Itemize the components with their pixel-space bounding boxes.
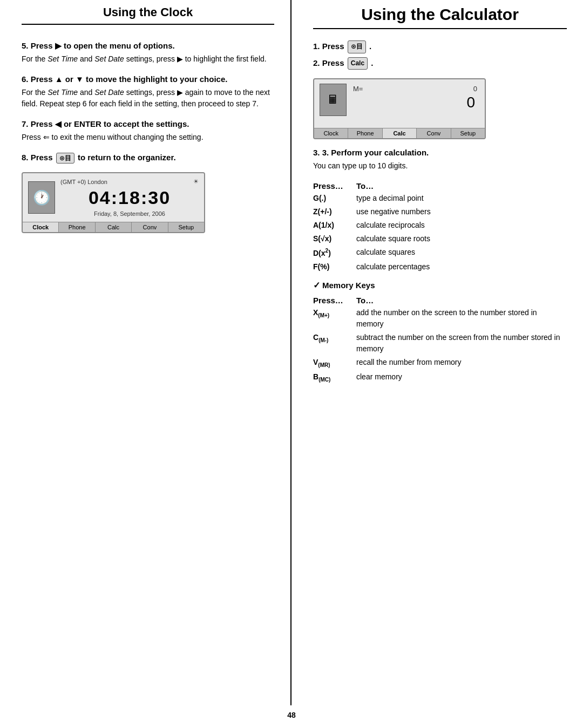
memory-key-press: X(M+) (313, 306, 356, 331)
clock-city: (GMT +0) London (60, 179, 107, 185)
key-table-col2-header: To… (356, 180, 567, 192)
left-content: 5. Press ▶ to open the menu of options. … (0, 40, 292, 705)
clock-tab-clock[interactable]: Clock (23, 222, 59, 232)
calc-screen: 🖩 M= 0 0 (314, 79, 485, 128)
memory-col1-header: Press… (313, 295, 356, 306)
step-3: 3. 3. Perform your calculation. You can … (313, 147, 567, 172)
memory-key-desc: subtract the number on the screen from t… (356, 331, 567, 356)
step-5: 5. Press ▶ to open the menu of options. … (22, 40, 274, 65)
calc-tabs: Clock Phone Calc Conv Setup (314, 128, 485, 138)
organizer-key: ⊙目 (56, 153, 74, 164)
step-2-period: . (371, 58, 373, 67)
calc-tab-setup[interactable]: Setup (451, 128, 485, 138)
calc-mem-row: M= 0 (351, 84, 479, 94)
memory-key-desc: add the number on the screen to the numb… (356, 306, 567, 331)
right-title: Using the Calculator (313, 5, 567, 29)
step-6: 6. Press ▲ or ▼ to move the highlight to… (22, 73, 274, 110)
step-2-label: 2. Press (313, 58, 344, 67)
step-3-body: You can type up to 10 digits. (313, 160, 567, 172)
calc-tab-conv[interactable]: Conv (417, 128, 451, 138)
memory-key-desc: recall the number from memory (356, 356, 567, 370)
step-8-heading: 8. Press ⊙目 to return to the organizer. (22, 152, 274, 164)
key-table-row: S(√x)calculate square roots (313, 232, 567, 246)
calc-device-icon: 🖩 (320, 84, 347, 116)
step-1-key: ⊙目 (348, 40, 366, 53)
key-press: S(√x) (313, 232, 356, 246)
key-table-row: G(.)type a decimal point (313, 192, 567, 205)
step-1-period: . (369, 42, 371, 51)
content-row: 5. Press ▶ to open the menu of options. … (0, 40, 583, 705)
step-1-line: 1. Press ⊙目 . (313, 40, 567, 53)
step-6-body: For the Set Time and Set Date settings, … (22, 87, 274, 110)
step-3-heading: 3. 3. Perform your calculation. (313, 147, 567, 158)
clock-sun-icon: ☀ (193, 178, 199, 185)
key-press: F(%) (313, 260, 356, 274)
key-press: G(.) (313, 192, 356, 205)
calc-mem-label: M= (353, 85, 363, 93)
left-title: Using the Clock (22, 5, 274, 25)
memory-table-row: V(MR)recall the number from memory (313, 356, 567, 370)
memory-key-press: C(M-) (313, 331, 356, 356)
step-7: 7. Press ◀ or ENTER to accept the settin… (22, 118, 274, 143)
memory-section-title: Memory Keys (322, 281, 375, 290)
calc-tab-phone[interactable]: Phone (348, 128, 382, 138)
step-8: 8. Press ⊙目 to return to the organizer. (22, 152, 274, 164)
clock-device: 🕐 (GMT +0) London ☀ 04:18:30 Friday, 8, … (22, 172, 205, 233)
step-7-body: Press ⇐ to exit the menu without changin… (22, 132, 274, 143)
key-table-col1-header: Press… (313, 180, 356, 192)
step-7-heading: 7. Press ◀ or ENTER to accept the settin… (22, 118, 274, 130)
key-table: Press… To… G(.)type a decimal pointZ(+/-… (313, 180, 567, 274)
key-press: D(x2) (313, 246, 356, 260)
key-desc: calculate percentages (356, 260, 567, 274)
clock-date: Friday, 8, September, 2006 (60, 210, 199, 217)
calc-display: M= 0 0 (351, 84, 479, 111)
clock-tab-phone[interactable]: Phone (59, 222, 95, 232)
key-press: Z(+/-) (313, 205, 356, 219)
calc-tab-calc[interactable]: Calc (383, 128, 417, 138)
right-header: Using the Calculator (292, 0, 583, 40)
calc-number: 0 (351, 94, 479, 111)
step-1-label: 1. Press (313, 42, 344, 51)
calc-icon: 🖩 (327, 93, 339, 107)
clock-city-row: (GMT +0) London ☀ (60, 178, 199, 185)
memory-table-row: B(MC)clear memory (313, 370, 567, 385)
left-header: Using the Clock (0, 0, 292, 40)
key-press: A(1/x) (313, 219, 356, 232)
key-table-row: F(%)calculate percentages (313, 260, 567, 274)
clock-tabs: Clock Phone Calc Conv Setup (23, 222, 204, 232)
memory-key-desc: clear memory (356, 370, 567, 385)
key-desc: calculate squares (356, 246, 567, 260)
memory-table-row: C(M-)subtract the number on the screen f… (313, 331, 567, 356)
key-desc: calculate reciprocals (356, 219, 567, 232)
memory-key-press: B(MC) (313, 370, 356, 385)
clock-screen: 🕐 (GMT +0) London ☀ 04:18:30 Friday, 8, … (23, 173, 204, 222)
key-desc: calculate square roots (356, 232, 567, 246)
key-table-row: D(x2)calculate squares (313, 246, 567, 260)
page: Using the Clock Using the Calculator 5. … (0, 0, 583, 728)
page-number: 48 (0, 705, 583, 728)
step-6-heading: 6. Press ▲ or ▼ to move the highlight to… (22, 73, 274, 85)
step-2-line: 2. Press Calc . (313, 57, 567, 70)
right-content: 1. Press ⊙目 . 2. Press Calc . 🖩 M= (292, 40, 583, 705)
clock-info: (GMT +0) London ☀ 04:18:30 Friday, 8, Se… (60, 178, 199, 217)
key-desc: type a decimal point (356, 192, 567, 205)
step-2-key: Calc (348, 57, 368, 70)
clock-tab-conv[interactable]: Conv (132, 222, 168, 232)
key-table-row: Z(+/-)use negative numbers (313, 205, 567, 219)
memory-key-press: V(MR) (313, 356, 356, 370)
clock-icon: 🕐 (33, 189, 50, 206)
memory-heading: ✓ Memory Keys (313, 280, 567, 290)
calc-device: 🖩 M= 0 0 Clock Phone Cal (313, 78, 486, 139)
checkmark-icon: ✓ (313, 280, 320, 290)
clock-tab-calc[interactable]: Calc (96, 222, 132, 232)
memory-col2-header: To… (356, 295, 567, 306)
key-table-row: A(1/x)calculate reciprocals (313, 219, 567, 232)
clock-device-icon: 🕐 (28, 181, 55, 214)
key-desc: use negative numbers (356, 205, 567, 219)
step-5-heading: 5. Press ▶ to open the menu of options. (22, 40, 274, 51)
clock-tab-setup[interactable]: Setup (168, 222, 204, 232)
memory-key-table: Press… To… X(M+)add the number on the sc… (313, 295, 567, 385)
step-5-body: For the Set Time and Set Date settings, … (22, 53, 274, 65)
header-row: Using the Clock Using the Calculator (0, 0, 583, 40)
calc-tab-clock[interactable]: Clock (314, 128, 348, 138)
